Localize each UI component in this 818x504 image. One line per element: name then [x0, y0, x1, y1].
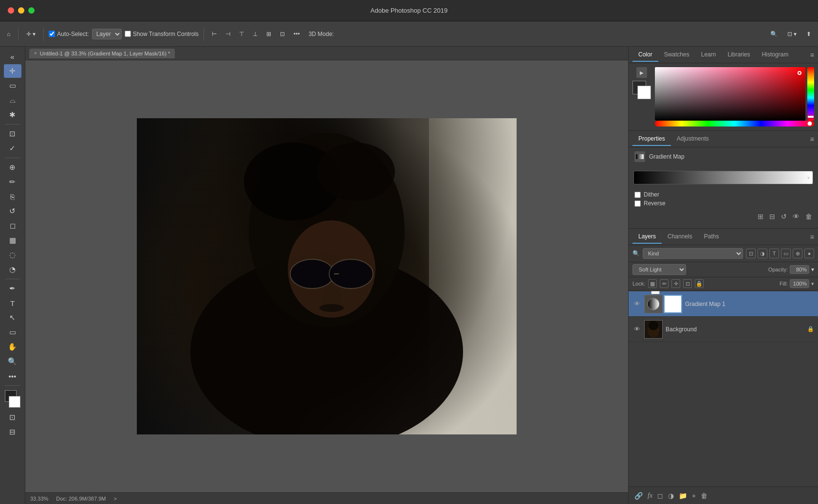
props-link-button[interactable]: ⊟: [768, 212, 776, 221]
hue-strip[interactable]: [807, 67, 814, 121]
play-button[interactable]: ▶: [636, 67, 647, 78]
home-button[interactable]: ⌂: [4, 29, 13, 39]
layer-eye-gradient-map[interactable]: 👁: [632, 300, 641, 307]
layer-eye-background[interactable]: 👁: [632, 325, 641, 333]
history-brush-tool[interactable]: ↺: [4, 204, 21, 218]
align-center-v-button[interactable]: ⊞: [263, 29, 274, 39]
magic-wand-tool[interactable]: ✱: [4, 108, 21, 122]
lasso-tool[interactable]: ⌓: [4, 93, 21, 107]
tab-layers[interactable]: Layers: [632, 230, 662, 244]
props-add-button[interactable]: ⊞: [757, 212, 764, 221]
auto-select-checkbox[interactable]: [49, 31, 55, 37]
document-tab[interactable]: × Untitled-1 @ 33.3% (Gradient Map 1, La…: [29, 49, 175, 58]
eraser-tool[interactable]: ◻: [4, 219, 21, 233]
tab-libraries[interactable]: Libraries: [722, 48, 756, 62]
properties-panel-menu[interactable]: ≡: [810, 135, 814, 143]
filter-kind-select[interactable]: Kind: [643, 248, 743, 259]
close-button[interactable]: [8, 7, 14, 14]
align-center-h-button[interactable]: ⊣: [223, 29, 233, 39]
pen-tool[interactable]: ✒: [4, 282, 21, 295]
screen-mode-button[interactable]: ⊟: [4, 425, 21, 439]
new-layer-button[interactable]: +: [692, 492, 696, 500]
fx-button[interactable]: fx: [648, 492, 652, 500]
reverse-checkbox[interactable]: [634, 200, 641, 207]
more-options-button[interactable]: •••: [291, 29, 303, 39]
tab-histogram[interactable]: Histogram: [756, 48, 794, 62]
align-bottom-button[interactable]: ⊡: [277, 29, 288, 39]
fill-input[interactable]: 100%: [790, 279, 809, 288]
share-button[interactable]: ⬆: [803, 29, 814, 39]
brush-tool[interactable]: ✏: [4, 175, 21, 189]
color-picker-box[interactable]: [4, 390, 21, 408]
tab-properties[interactable]: Properties: [632, 132, 671, 146]
gradient-preview[interactable]: ▾: [633, 171, 813, 184]
lock-position-button[interactable]: ✛: [671, 279, 680, 288]
status-arrow[interactable]: >: [113, 496, 116, 502]
lock-artboard-button[interactable]: ⊡: [683, 279, 692, 288]
delete-layer-button[interactable]: 🗑: [701, 492, 707, 500]
filter-pixel-button[interactable]: ⊡: [746, 249, 756, 258]
eyedropper-tool[interactable]: ✓: [4, 142, 21, 155]
path-select-tool[interactable]: ↖: [4, 311, 21, 324]
align-right-button[interactable]: ⊤: [236, 29, 247, 39]
minimize-button[interactable]: [18, 7, 24, 14]
lock-transparent-button[interactable]: ▦: [648, 279, 657, 288]
hue-slider[interactable]: [655, 121, 814, 126]
show-transform-checkbox[interactable]: [125, 31, 131, 37]
align-top-button[interactable]: ⊥: [250, 29, 260, 39]
tab-swatches[interactable]: Swatches: [658, 48, 695, 62]
filter-adjustment-button[interactable]: ◑: [758, 249, 767, 258]
layer-row-background[interactable]: 👁 Background 🔒: [629, 317, 818, 342]
more-tools-button[interactable]: •••: [4, 369, 21, 383]
window-button[interactable]: ⊡ ▾: [784, 29, 799, 39]
fullscreen-button[interactable]: [28, 7, 35, 14]
tab-learn[interactable]: Learn: [695, 48, 722, 62]
props-delete-button[interactable]: 🗑: [804, 212, 813, 221]
background-swatch[interactable]: [637, 86, 651, 99]
hand-tool[interactable]: ✋: [4, 340, 21, 354]
tab-adjustments[interactable]: Adjustments: [671, 132, 715, 146]
color-saturation-box[interactable]: [655, 67, 805, 121]
adjustment-layer-button[interactable]: ◑: [668, 492, 674, 500]
reverse-row[interactable]: Reverse: [634, 200, 812, 207]
collapse-tools-button[interactable]: «: [4, 50, 21, 63]
add-mask-button[interactable]: ◻: [657, 492, 663, 500]
layer-row-gradient-map[interactable]: 👁: [629, 291, 818, 317]
props-reset-button[interactable]: ↺: [780, 212, 788, 221]
tab-color[interactable]: Color: [632, 48, 658, 62]
lock-all-button[interactable]: 🔒: [695, 279, 704, 288]
marquee-tool[interactable]: ▭: [4, 79, 21, 92]
blur-tool[interactable]: ◌: [4, 248, 21, 262]
tab-paths[interactable]: Paths: [698, 230, 725, 244]
tab-close-button[interactable]: ×: [34, 51, 37, 56]
search-button[interactable]: 🔍: [767, 29, 781, 39]
color-panel-menu[interactable]: ≡: [810, 51, 814, 59]
filter-dot-button[interactable]: ●: [804, 249, 814, 258]
layers-panel-menu[interactable]: ≡: [810, 233, 814, 241]
filter-smart-button[interactable]: ⊕: [793, 249, 802, 258]
new-group-button[interactable]: 📁: [679, 492, 687, 500]
fill-arrow[interactable]: ▾: [811, 281, 814, 287]
quick-mask-button[interactable]: ⊡: [4, 411, 21, 424]
move-tool[interactable]: ✛: [4, 64, 21, 78]
heal-tool[interactable]: ⊕: [4, 161, 21, 174]
filter-text-button[interactable]: T: [769, 249, 779, 258]
zoom-tool[interactable]: 🔍: [4, 355, 21, 368]
align-left-button[interactable]: ⊢: [209, 29, 220, 39]
filter-shape-button[interactable]: ▭: [781, 249, 791, 258]
move-tool-button[interactable]: ✛ ▾: [23, 29, 38, 39]
props-visibility-button[interactable]: 👁: [792, 212, 800, 221]
tab-channels[interactable]: Channels: [662, 230, 698, 244]
background-color[interactable]: [9, 396, 20, 408]
link-layers-button[interactable]: 🔗: [634, 492, 643, 500]
clone-tool[interactable]: ⎘: [4, 190, 21, 203]
dither-row[interactable]: Dither: [634, 191, 812, 198]
canvas-scroll[interactable]: [25, 60, 628, 492]
opacity-input[interactable]: 80%: [790, 265, 809, 274]
blend-mode-select[interactable]: Soft Light: [632, 264, 686, 275]
dither-checkbox[interactable]: [634, 192, 641, 198]
text-tool[interactable]: T: [4, 296, 21, 310]
shape-tool[interactable]: ▭: [4, 325, 21, 339]
gradient-tool[interactable]: ▦: [4, 234, 21, 247]
crop-tool[interactable]: ⊡: [4, 127, 21, 141]
